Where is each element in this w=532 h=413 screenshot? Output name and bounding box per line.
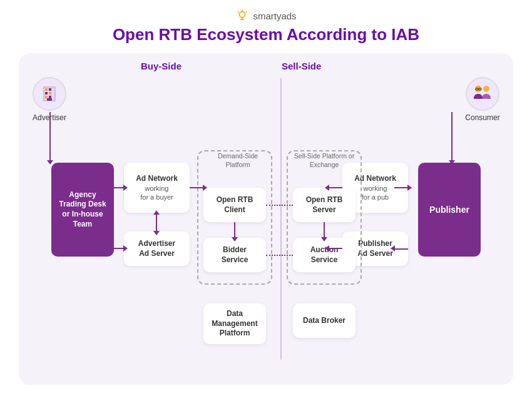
dsp-label: Demand-Side Platform	[216, 152, 260, 169]
arrow-ssp-internal	[324, 222, 325, 238]
arrow-agency-adnet-buyer	[114, 187, 124, 188]
auction-service-box: Auction Service	[293, 238, 356, 272]
consumer-label: Consumer	[465, 113, 499, 122]
page: smartyads Open RTB Ecosystem According t…	[0, 0, 532, 413]
page-title: Open RTB Ecosystem According to IAB	[113, 25, 419, 44]
open-rtb-client-box: Open RTB Client	[203, 188, 266, 222]
arrow-adnet-pub-publisher	[329, 187, 342, 188]
dotted-bidder-auction	[266, 255, 293, 256]
consumer-icon	[466, 77, 499, 111]
arrow-ssp-pubadserver	[394, 248, 408, 250]
svg-rect-9	[45, 92, 48, 94]
svg-rect-8	[49, 88, 51, 91]
arrow-agency-adserver	[114, 248, 124, 249]
arrow-adserver-down	[156, 214, 157, 232]
advertiser-ad-server-box: Advertiser Ad Server	[124, 232, 190, 266]
arrow-consumer-publisher	[451, 112, 453, 161]
open-rtb-server-box: Open RTB Server	[293, 188, 356, 222]
svg-rect-7	[45, 88, 48, 91]
svg-line-5	[246, 12, 247, 13]
arrow-dsp-internal	[234, 222, 235, 238]
data-broker-box: Data Broker	[293, 303, 356, 338]
dmp-box: Data Management Platform	[203, 303, 266, 344]
diagram: Buy-Side Sell-Side Advertiser	[19, 53, 513, 385]
buy-side-label: Buy-Side	[141, 61, 182, 71]
logo-text: smartyads	[253, 11, 296, 21]
svg-rect-12	[49, 96, 51, 98]
dotted-rtb-client-server	[266, 205, 293, 206]
sell-side-label: Sell-Side	[282, 61, 321, 71]
svg-point-0	[240, 12, 245, 18]
svg-rect-13	[47, 98, 52, 101]
logo-bar: smartyads	[235, 9, 296, 23]
ad-network-buyer-box: Ad Network working for a buyer	[124, 163, 190, 213]
buy-sell-divider	[280, 78, 282, 360]
arrow-pubadserver-publisher	[329, 248, 342, 249]
advertiser-icon	[33, 77, 66, 111]
arrow-advertiser-agency	[49, 112, 51, 161]
svg-line-4	[238, 12, 238, 13]
svg-rect-11	[45, 96, 48, 98]
svg-rect-10	[49, 92, 51, 94]
svg-point-15	[483, 86, 489, 92]
arrow-adnet-dsp	[190, 187, 203, 188]
publisher-block: Publisher	[418, 163, 481, 257]
consumer-actor: Consumer	[461, 77, 504, 122]
arrow-ssp-adnet-pub	[394, 187, 408, 188]
bidder-service-box: Bidder Service	[203, 238, 266, 272]
arrowhead-pubadserver	[391, 245, 395, 252]
logo-icon	[235, 9, 249, 23]
ssp-label: Sell-Side Platform or Exchange	[293, 152, 356, 169]
agency-block: Agency Trading Desk or In-house Team	[51, 163, 114, 257]
